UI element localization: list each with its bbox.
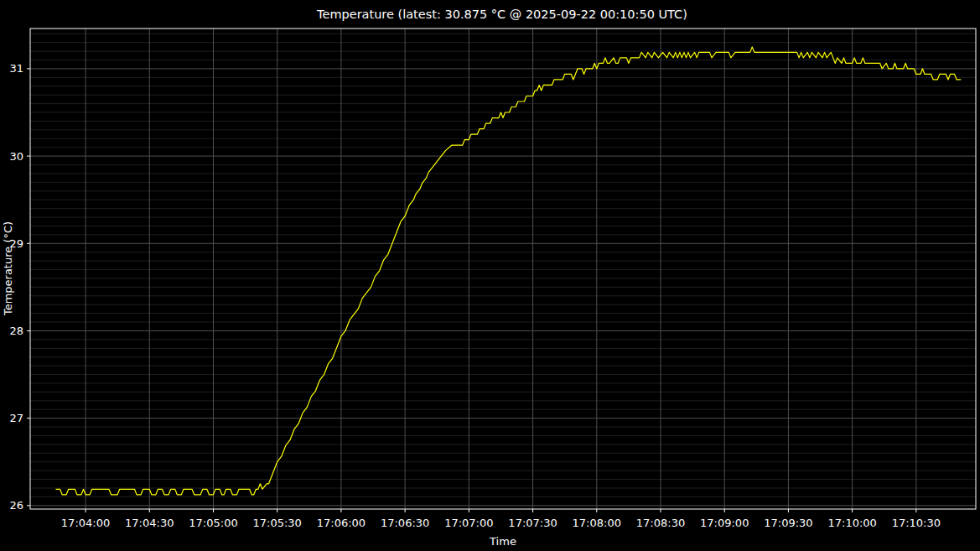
y-axis-label: Temperature (°C) [2, 221, 14, 316]
y-tick-label: 26 [9, 499, 23, 512]
temperature-chart: 26272829303117:04:0017:04:3017:05:0017:0… [0, 0, 980, 551]
x-tick-label: 17:10:30 [892, 517, 941, 529]
y-tick-label: 31 [9, 62, 23, 75]
y-tick-label: 28 [9, 325, 23, 337]
x-tick-label: 17:09:00 [700, 517, 749, 529]
y-tick-label: 30 [9, 150, 23, 163]
x-tick-label: 17:04:30 [125, 517, 174, 529]
x-axis-label: Time [489, 535, 516, 548]
x-tick-label: 17:05:30 [253, 517, 302, 529]
chart-title: Temperature (latest: 30.875 °C @ 2025-09… [316, 8, 687, 21]
x-tick-label: 17:09:30 [764, 517, 812, 529]
chart-canvas: 26272829303117:04:0017:04:3017:05:0017:0… [0, 0, 980, 551]
x-tick-label: 17:07:30 [508, 517, 557, 529]
x-tick-label: 17:08:00 [573, 517, 621, 529]
x-tick-label: 17:05:00 [189, 517, 237, 529]
y-tick-label: 27 [9, 412, 23, 424]
x-tick-label: 17:07:00 [444, 517, 493, 529]
x-tick-label: 17:06:00 [317, 517, 366, 529]
chart-background [0, 0, 980, 551]
x-tick-label: 17:10:00 [827, 517, 876, 529]
x-tick-label: 17:04:00 [61, 517, 110, 529]
x-tick-label: 17:06:30 [381, 517, 429, 529]
x-tick-label: 17:08:30 [636, 517, 685, 529]
